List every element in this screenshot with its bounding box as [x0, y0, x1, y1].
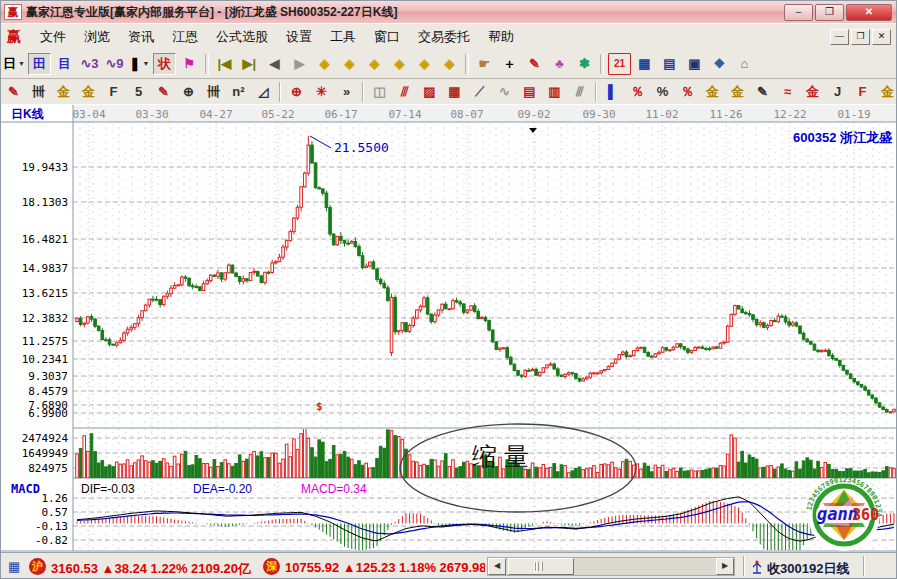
- calendar-21-icon[interactable]: 21: [608, 53, 631, 75]
- gann-brush-icon[interactable]: ✎: [2, 81, 25, 103]
- gann-comb-icon[interactable]: 卌: [27, 81, 50, 103]
- toolbar-drawing-tools: ✎卌金金F5✎⊕卌n²◿⊕✳»◫⫻▨▦⟋∿▤▥⫻▌％%％金金✎≈金JF金神赢四: [1, 79, 896, 105]
- info-list-icon[interactable]: 目: [53, 53, 76, 75]
- angle-tool-icon[interactable]: ◿: [252, 81, 275, 103]
- peak-price-label: 21.5500: [334, 140, 389, 155]
- window-layout-icon[interactable]: 田: [28, 53, 51, 75]
- trend-line-icon[interactable]: ⟋: [468, 81, 491, 103]
- svg-text:04-27: 04-27: [199, 108, 232, 121]
- j-angle-icon[interactable]: J: [826, 81, 849, 103]
- mdi-minimize-button[interactable]: —: [830, 29, 849, 45]
- svg-text:824975: 824975: [28, 462, 68, 475]
- scroll-left-arrow[interactable]: ◀: [488, 558, 506, 575]
- time-cycle-icon[interactable]: ⊕: [177, 81, 200, 103]
- status-divider-2: [863, 556, 864, 576]
- mdi-close-button[interactable]: ✕: [872, 29, 891, 45]
- percent-icon[interactable]: %: [651, 81, 674, 103]
- chart-region: 03-0403-3004-2705-2206-1707-1408-0709-02…: [1, 104, 897, 552]
- close-button[interactable]: ✕: [846, 4, 892, 21]
- menu-item-formula-stockpick[interactable]: 公式选股: [207, 26, 277, 48]
- gold-circle-icon[interactable]: 金: [701, 81, 724, 103]
- web-data-icon[interactable]: ❖: [708, 53, 731, 75]
- fan-box-icon[interactable]: ▨: [418, 81, 441, 103]
- hatch-lines-icon[interactable]: ⫻: [568, 81, 591, 103]
- horizontal-scrollbar[interactable]: ◀ ▶: [487, 557, 735, 576]
- percent-retrace-icon[interactable]: ％: [676, 81, 699, 103]
- expand-all-icon[interactable]: ◈: [413, 53, 436, 75]
- next-stock-label[interactable]: 收300192日线: [767, 560, 849, 578]
- shift-left-icon[interactable]: ◈: [313, 53, 336, 75]
- gold-angle-icon[interactable]: 金: [801, 81, 824, 103]
- fibonacci-comb-icon[interactable]: F: [102, 81, 125, 103]
- gold-line-icon[interactable]: 金: [726, 81, 749, 103]
- f-angle-icon[interactable]: F: [851, 81, 874, 103]
- brush-2-icon[interactable]: ✎: [152, 81, 175, 103]
- toolbar-separator: [465, 54, 469, 74]
- calculator-icon[interactable]: ▦: [633, 53, 656, 75]
- mdi-restore-button[interactable]: ❐: [851, 29, 870, 45]
- minimize-button[interactable]: –: [784, 4, 813, 21]
- menu-item-file[interactable]: 文件: [31, 26, 75, 48]
- menu-item-news[interactable]: 资讯: [119, 26, 163, 48]
- svg-text:DIF=-0.03: DIF=-0.03: [81, 482, 135, 496]
- menu-item-settings[interactable]: 设置: [277, 26, 321, 48]
- zhuang-indicator-icon[interactable]: 状: [153, 53, 176, 75]
- gold-fan-icon[interactable]: 金: [876, 81, 897, 103]
- percent-line-icon[interactable]: ％: [626, 81, 649, 103]
- menu-item-browse[interactable]: 浏览: [75, 26, 119, 48]
- candle-style-dropdown-icon[interactable]: ❚▼: [128, 53, 151, 75]
- menu-item-trade[interactable]: 交易委托: [409, 26, 479, 48]
- scroll-right-arrow[interactable]: ▶: [716, 558, 734, 575]
- volume-flag-icon[interactable]: ⚑: [178, 53, 201, 75]
- structure-tree-icon[interactable]: ♣: [548, 53, 571, 75]
- scroll-thumb[interactable]: [508, 558, 574, 575]
- gold-comb-1-icon[interactable]: 金: [52, 81, 75, 103]
- n-square-icon[interactable]: n²: [227, 81, 250, 103]
- shift-right-icon[interactable]: ◈: [338, 53, 361, 75]
- frame-tool-icon[interactable]: ◫: [368, 81, 391, 103]
- menu-item-window[interactable]: 窗口: [365, 26, 409, 48]
- period-day-dropdown-icon[interactable]: 日▼: [2, 53, 26, 75]
- red-grid-2-icon[interactable]: ▥: [543, 81, 566, 103]
- svg-text:8.4579: 8.4579: [28, 385, 68, 398]
- crosshair-icon[interactable]: ＋: [498, 53, 521, 75]
- mark-pen-icon[interactable]: ✎: [523, 53, 546, 75]
- brain-analysis-icon[interactable]: ❃: [573, 53, 596, 75]
- pan-hand-icon[interactable]: ☛: [473, 53, 496, 75]
- overflow-chevron-icon[interactable]: »: [335, 81, 358, 103]
- last-page-icon[interactable]: ▶|: [238, 53, 261, 75]
- minichart-3-icon[interactable]: ∿3: [78, 53, 101, 75]
- chart-canvas[interactable]: 03-0403-3004-2705-2206-1707-1408-0709-02…: [1, 104, 897, 552]
- first-page-icon[interactable]: |◀: [213, 53, 236, 75]
- save-icon[interactable]: ▣: [683, 53, 706, 75]
- plain-comb-icon[interactable]: 卌: [202, 81, 225, 103]
- price-bars-icon[interactable]: ▌: [601, 81, 624, 103]
- starburst-icon[interactable]: ✳: [310, 81, 333, 103]
- menu-item-gann[interactable]: 江恩: [163, 26, 207, 48]
- svg-text:14.9837: 14.9837: [22, 262, 68, 275]
- maximize-button[interactable]: ❐: [815, 4, 844, 21]
- grid-box-icon[interactable]: ▦: [443, 81, 466, 103]
- expand-h-icon[interactable]: ◈: [363, 53, 386, 75]
- wave-tool-icon[interactable]: ∿: [493, 81, 516, 103]
- compress-all-icon[interactable]: ◈: [438, 53, 461, 75]
- target-circle-icon[interactable]: ⊕: [285, 81, 308, 103]
- toolbar-main: 日▼田目∿3∿9❚▼状⚑|◀▶|◀▶◈◈◈◈◈◈☛＋✎♣❃21▦▤▣❖⌂: [1, 50, 896, 79]
- wave-abc-icon[interactable]: ≈: [776, 81, 799, 103]
- spiral-comb-icon[interactable]: 5: [127, 81, 150, 103]
- menu-items: 文件浏览资讯江恩公式选股设置工具窗口交易委托帮助: [31, 26, 523, 48]
- remote-pc-icon[interactable]: ⌂: [733, 53, 756, 75]
- quote-table-icon[interactable]: ▦: [8, 559, 25, 574]
- minichart-9-icon[interactable]: ∿9: [103, 53, 126, 75]
- pen-angle-icon[interactable]: ✎: [751, 81, 774, 103]
- prev-page-icon[interactable]: ◀: [263, 53, 286, 75]
- menu-item-tools[interactable]: 工具: [321, 26, 365, 48]
- compress-h-icon[interactable]: ◈: [388, 53, 411, 75]
- gann-fan-icon[interactable]: ⫻: [393, 81, 416, 103]
- svg-text:12-22: 12-22: [773, 108, 806, 121]
- next-page-icon[interactable]: ▶: [288, 53, 311, 75]
- menu-item-help[interactable]: 帮助: [479, 26, 523, 48]
- red-grid-icon[interactable]: ▤: [518, 81, 541, 103]
- gold-comb-2-icon[interactable]: 金: [77, 81, 100, 103]
- notes-icon[interactable]: ▤: [658, 53, 681, 75]
